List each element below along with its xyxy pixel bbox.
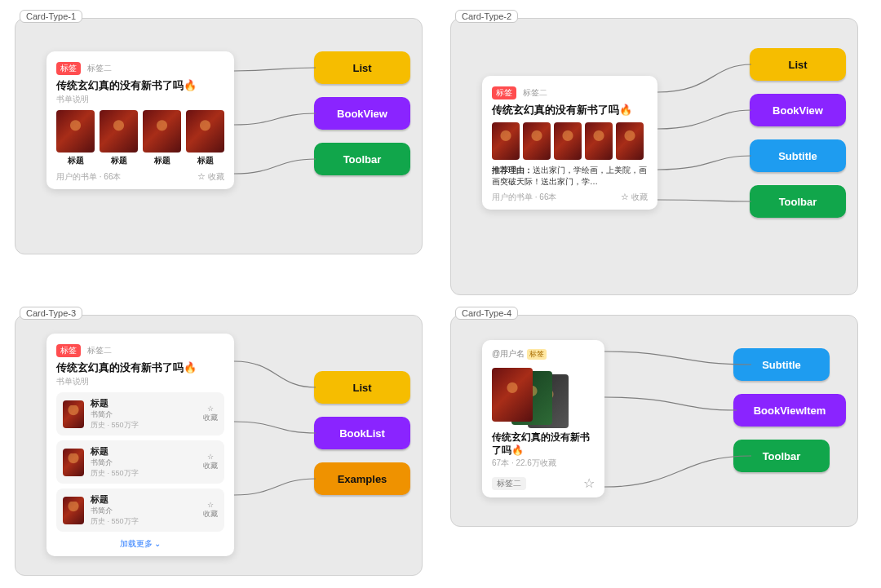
book-fan[interactable]	[492, 365, 559, 428]
card-subtitle: 书单说明	[56, 376, 224, 387]
book-cover	[63, 400, 84, 428]
tag-primary[interactable]: 标签	[56, 344, 81, 357]
tag-primary[interactable]: 标签	[56, 62, 81, 75]
book-cover[interactable]	[554, 122, 582, 160]
star-icon: ☆	[583, 476, 595, 490]
card-title: 传统玄幻真的没有新书了吗🔥	[492, 431, 595, 457]
chip-column: List BookList Examples	[314, 371, 410, 495]
book-cover[interactable]	[585, 122, 613, 160]
star-icon: ☆	[207, 405, 214, 413]
book-item[interactable]: 标题	[186, 110, 224, 166]
star-icon: ☆	[207, 453, 214, 461]
section-label: Card-Type-4	[455, 307, 518, 320]
favorite-button[interactable]: ☆	[583, 475, 595, 491]
section-card-type-3: Card-Type-3 标签 标签二 传统玄幻真的没有新书了吗🔥 书单说明 标题	[15, 315, 423, 576]
chip-bookview[interactable]: BookView	[750, 94, 846, 126]
tag-primary[interactable]: 标签	[492, 86, 516, 99]
book-cover	[186, 110, 224, 153]
chip-toolbar[interactable]: Toolbar	[750, 185, 846, 218]
card-footer: 用户的书单 · 66本 ☆ 收藏	[56, 171, 224, 183]
chip-examples[interactable]: Examples	[314, 462, 410, 495]
recommend-text: 推荐理由：送出家门，学绘画，上美院，画画突破天际！送出家门，学…	[492, 165, 648, 187]
star-icon: ☆	[197, 171, 206, 181]
card-footer: 用户的书单 · 66本 ☆ 收藏	[492, 192, 648, 203]
chip-list[interactable]: List	[314, 371, 410, 404]
load-more-button[interactable]: 加载更多 ⌄	[56, 538, 224, 550]
chip-list[interactable]: List	[314, 51, 410, 84]
chip-bookviewitem[interactable]: BookViewItem	[733, 394, 846, 427]
fire-icon: 🔥	[511, 444, 524, 456]
favorite-button[interactable]: ☆收藏	[203, 405, 218, 423]
book-cover	[63, 497, 84, 524]
tag-secondary[interactable]: 标签二	[87, 63, 112, 74]
book-cover[interactable]	[492, 122, 520, 160]
chip-subtitle[interactable]: Subtitle	[733, 348, 830, 381]
book-cover[interactable]	[616, 122, 644, 160]
section-label: Card-Type-2	[455, 10, 518, 23]
section-card-type-4: Card-Type-4 @用户名 标签 传统玄幻真的没有新书了吗🔥	[450, 315, 858, 576]
book-list-row[interactable]: 标题 书简介 历史 · 550万字 ☆收藏	[56, 392, 224, 435]
star-icon: ☆	[621, 192, 629, 201]
book-cover	[56, 110, 95, 153]
chip-bookview[interactable]: BookView	[314, 97, 410, 130]
section-card-type-1: Card-Type-1 标签 标签二 传统玄幻真的没有新书了吗🔥 书单说明 标题…	[15, 18, 423, 295]
section-card-type-2: Card-Type-2 标签 标签二 传统玄幻真的没有新书了吗🔥	[450, 18, 858, 295]
book-row	[492, 122, 648, 160]
card-type-3[interactable]: 标签 标签二 传统玄幻真的没有新书了吗🔥 书单说明 标题 书简介 历史 · 55…	[46, 334, 234, 556]
fire-icon: 🔥	[184, 361, 197, 374]
chip-list[interactable]: List	[750, 48, 846, 81]
section-label: Card-Type-3	[20, 307, 82, 320]
card-type-2[interactable]: 标签 标签二 传统玄幻真的没有新书了吗🔥 推荐理由：送出家门，学	[482, 76, 657, 210]
favorite-button[interactable]: ☆ 收藏	[621, 192, 648, 203]
user-link[interactable]: @用户名	[492, 349, 525, 358]
book-cover	[100, 110, 138, 153]
star-icon: ☆	[207, 501, 214, 509]
chevron-down-icon: ⌄	[154, 539, 161, 548]
tag-secondary[interactable]: 标签二	[492, 477, 526, 490]
book-item[interactable]: 标题	[56, 110, 95, 166]
book-cover	[143, 110, 181, 153]
fire-icon: 🔥	[184, 79, 197, 91]
book-row: 标题 标题 标题 标题	[56, 110, 224, 166]
card-user-line: @用户名 标签	[492, 348, 595, 360]
chip-toolbar[interactable]: Toolbar	[733, 440, 830, 472]
user-tag: 标签	[527, 349, 547, 360]
chip-subtitle[interactable]: Subtitle	[750, 139, 846, 172]
card-subtitle: 书单说明	[56, 94, 224, 105]
card-title: 传统玄幻真的没有新书了吗🔥	[56, 78, 224, 93]
favorite-button[interactable]: ☆ 收藏	[197, 171, 224, 183]
footer-info: 用户的书单 · 66本	[56, 171, 121, 183]
card-stat: 67本 · 22.6万收藏	[492, 458, 595, 469]
book-item[interactable]: 标题	[100, 110, 138, 166]
fire-icon: 🔥	[619, 104, 632, 116]
book-item[interactable]: 标题	[143, 110, 181, 166]
card-title: 传统玄幻真的没有新书了吗🔥	[56, 360, 224, 375]
footer-info: 用户的书单 · 66本	[492, 192, 556, 203]
card-title: 传统玄幻真的没有新书了吗🔥	[492, 103, 648, 117]
section-label: Card-Type-1	[20, 10, 82, 23]
card-type-4[interactable]: @用户名 标签 传统玄幻真的没有新书了吗🔥 67本 · 22.6万收藏 标签二	[482, 340, 604, 497]
chip-column: List BookView Toolbar	[314, 51, 410, 175]
chip-toolbar[interactable]: Toolbar	[314, 143, 410, 175]
favorite-button[interactable]: ☆收藏	[203, 501, 218, 519]
chip-column: List BookView Subtitle Toolbar	[750, 48, 846, 218]
book-cover	[492, 368, 533, 422]
book-list-row[interactable]: 标题 书简介 历史 · 550万字 ☆收藏	[56, 489, 224, 532]
tag-secondary[interactable]: 标签二	[523, 87, 547, 99]
tag-secondary[interactable]: 标签二	[87, 345, 112, 356]
card-footer: 标签二 ☆	[492, 475, 595, 491]
chip-column: Subtitle BookViewItem Toolbar	[733, 348, 846, 472]
book-cover	[63, 449, 84, 476]
book-list-row[interactable]: 标题 书简介 历史 · 550万字 ☆收藏	[56, 440, 224, 484]
chip-booklist[interactable]: BookList	[314, 417, 410, 449]
card-type-1[interactable]: 标签 标签二 传统玄幻真的没有新书了吗🔥 书单说明 标题 标题 标题 标题 用	[46, 51, 234, 189]
favorite-button[interactable]: ☆收藏	[203, 453, 218, 471]
book-cover[interactable]	[523, 122, 551, 160]
